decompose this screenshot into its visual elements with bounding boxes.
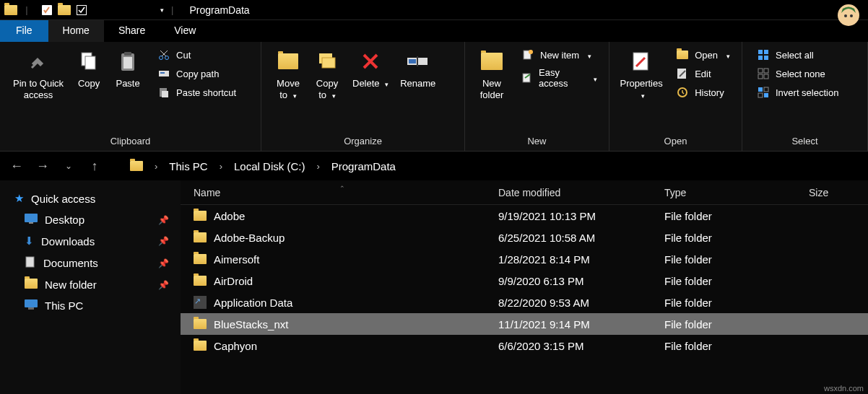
qat-folder-icon[interactable]: [58, 4, 71, 17]
file-row[interactable]: BlueStacks_nxt11/1/2021 9:14 PMFile fold…: [181, 313, 868, 335]
easy-access-icon: [521, 71, 533, 84]
file-date: 6/6/2020 3:15 PM: [498, 340, 664, 352]
svg-rect-42: [25, 299, 38, 307]
tab-view[interactable]: View: [160, 20, 210, 42]
edit-button[interactable]: Edit: [672, 65, 734, 82]
cut-button[interactable]: Cut: [153, 46, 240, 64]
sidebar-item-desktop[interactable]: Desktop 📌: [4, 209, 176, 230]
svg-rect-9: [123, 57, 132, 69]
folder-icon: [194, 254, 207, 264]
copy-to-icon: [315, 49, 339, 74]
file-row[interactable]: Application Data8/22/2020 9:53 AMFile fo…: [181, 292, 868, 313]
breadcrumb-local-disk[interactable]: Local Disk (C:): [234, 160, 305, 172]
folder-icon: [194, 319, 207, 329]
svg-rect-38: [764, 93, 768, 97]
tab-home[interactable]: Home: [48, 20, 104, 42]
shortcut-folder-icon: [194, 296, 207, 309]
history-button[interactable]: History: [672, 84, 734, 101]
scissors-icon: [157, 48, 170, 61]
sidebar-quick-access[interactable]: ★ Quick access: [4, 188, 176, 209]
watermark: wsxdn.com: [824, 384, 864, 393]
qat-customize-caret[interactable]: ▾: [160, 6, 164, 14]
easy-access-button[interactable]: Easy access: [517, 65, 602, 91]
nav-recent-caret[interactable]: ⌄: [61, 161, 77, 171]
ribbon-tabs: File Home Share View: [0, 20, 868, 42]
pin-icon: 📌: [158, 215, 169, 225]
pin-to-quick-access-button[interactable]: Pin to Quick access: [7, 46, 69, 105]
delete-button[interactable]: Delete: [347, 46, 394, 92]
select-all-button[interactable]: Select all: [752, 46, 843, 64]
nav-up-button[interactable]: ↑: [87, 159, 103, 174]
file-type: File folder: [664, 318, 809, 330]
file-date: 11/1/2021 9:14 PM: [498, 318, 664, 330]
rename-button[interactable]: Rename: [394, 46, 441, 92]
svg-point-3: [844, 14, 847, 17]
column-header-name[interactable]: ⌃ Name: [181, 187, 498, 198]
copy-button[interactable]: Copy: [69, 46, 108, 92]
select-none-button[interactable]: Select none: [752, 65, 843, 82]
tab-file[interactable]: File: [0, 20, 48, 42]
ribbon-group-select: Select all Select none Invert selection …: [742, 42, 868, 151]
title-bar: | ▾ | ProgramData: [0, 0, 868, 20]
column-header-size[interactable]: Size: [809, 187, 868, 198]
file-row[interactable]: Caphyon6/6/2020 3:15 PMFile folder: [181, 335, 868, 356]
invert-selection-icon: [757, 86, 770, 99]
avatar: [836, 3, 861, 27]
breadcrumb-root-icon[interactable]: [130, 161, 143, 171]
breadcrumb-this-pc[interactable]: This PC: [169, 160, 207, 172]
folder-icon: [194, 232, 207, 242]
pin-icon: 📌: [158, 236, 169, 246]
sidebar-item-downloads[interactable]: ⬇ Downloads 📌: [4, 230, 176, 252]
svg-rect-1: [77, 5, 87, 14]
sidebar-item-label: New folder: [45, 279, 97, 291]
file-row[interactable]: AirDroid9/9/2020 6:13 PMFile folder: [181, 270, 868, 292]
new-item-icon: [521, 48, 534, 61]
breadcrumb-programdata[interactable]: ProgramData: [331, 160, 396, 172]
sidebar-item-new-folder[interactable]: New folder 📌: [4, 274, 176, 295]
nav-back-button[interactable]: ←: [9, 159, 25, 174]
qat-checkbox-icon[interactable]: [75, 4, 88, 17]
nav-forward-button[interactable]: →: [35, 159, 51, 174]
sidebar-item-documents[interactable]: Documents 📌: [4, 252, 176, 274]
svg-rect-30: [764, 56, 768, 60]
paste-button[interactable]: Paste: [108, 46, 147, 92]
new-folder-icon: [479, 49, 504, 74]
new-folder-button[interactable]: New folder: [472, 46, 511, 105]
sidebar-item-label: Quick access: [31, 193, 95, 205]
sidebar-item-this-pc[interactable]: This PC: [4, 295, 176, 316]
file-row[interactable]: Adobe-Backup6/25/2021 10:58 AMFile folde…: [181, 227, 868, 248]
column-header-type[interactable]: Type: [664, 187, 809, 198]
chevron-right-icon[interactable]: ›: [155, 161, 157, 172]
copy-to-button[interactable]: Copy to: [308, 46, 347, 105]
documents-icon: [25, 256, 36, 270]
paste-shortcut-icon: [157, 86, 170, 99]
chevron-right-icon[interactable]: ›: [220, 161, 222, 172]
svg-rect-6: [85, 56, 95, 69]
file-row[interactable]: Adobe9/19/2021 10:13 PMFile folder: [181, 205, 868, 227]
group-label-new: New: [465, 136, 609, 151]
pin-icon: 📌: [158, 280, 169, 290]
tab-share[interactable]: Share: [104, 20, 160, 42]
open-button[interactable]: Open: [672, 46, 734, 64]
properties-button[interactable]: Properties: [617, 46, 666, 105]
desktop-icon: [25, 214, 38, 226]
sidebar-item-label: Downloads: [41, 235, 95, 248]
move-to-button[interactable]: Move to: [269, 46, 308, 105]
invert-selection-button[interactable]: Invert selection: [752, 84, 843, 101]
chevron-right-icon[interactable]: ›: [316, 161, 319, 172]
qat-checklist-icon[interactable]: [40, 4, 53, 17]
file-type: File folder: [664, 275, 809, 287]
ribbon-group-organize: Move to Copy to Delete Rename Organize: [261, 42, 465, 151]
svg-rect-40: [29, 222, 33, 224]
file-row[interactable]: Aimersoft1/28/2021 8:14 PMFile folder: [181, 248, 868, 270]
svg-rect-20: [417, 56, 418, 66]
column-header-date[interactable]: Date modified: [498, 187, 664, 198]
delete-icon: [358, 49, 383, 74]
file-name: Caphyon: [214, 340, 257, 352]
svg-point-10: [160, 56, 163, 60]
paste-shortcut-button[interactable]: Paste shortcut: [153, 84, 240, 101]
copy-path-button[interactable]: Copy path: [153, 65, 240, 82]
new-item-button[interactable]: New item: [517, 46, 602, 64]
ribbon-group-new: New folder New item Easy access New: [465, 42, 609, 151]
svg-rect-19: [409, 59, 416, 64]
